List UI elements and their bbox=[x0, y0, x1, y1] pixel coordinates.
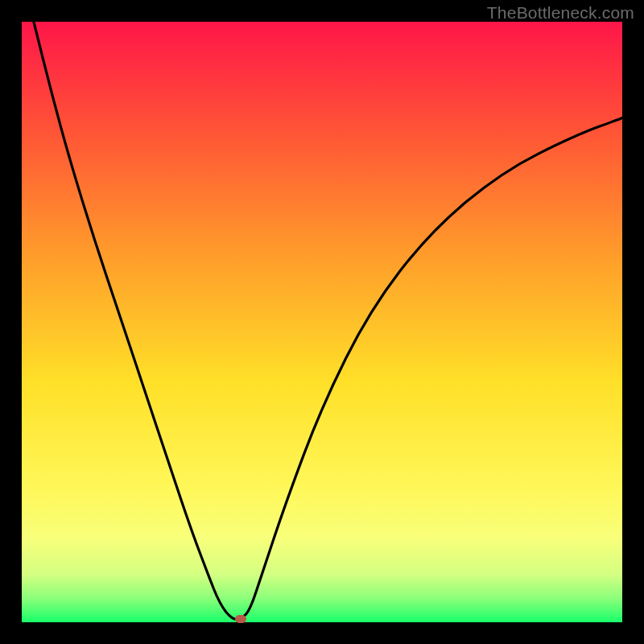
chart-curve-svg bbox=[22, 22, 622, 622]
bottleneck-curve bbox=[34, 22, 622, 619]
chart-frame: TheBottleneck.com bbox=[0, 0, 644, 644]
chart-plot-area bbox=[22, 22, 622, 622]
optimal-point-marker bbox=[235, 615, 246, 623]
watermark-text: TheBottleneck.com bbox=[487, 3, 634, 23]
